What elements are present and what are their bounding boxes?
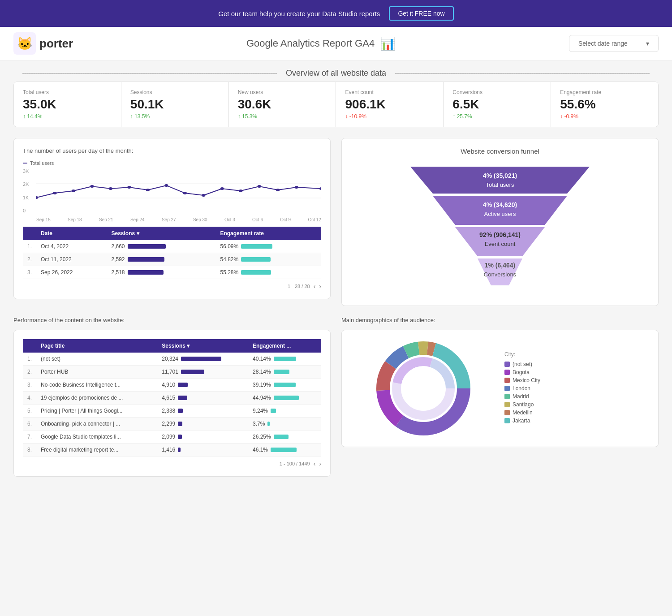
legend-color-dot [504,370,510,375]
svg-text:🐱: 🐱 [17,36,33,51]
sessions-row-engagement: 56.09% [215,240,321,253]
svg-text:1% (6,464): 1% (6,464) [485,262,515,269]
top-banner: Get our team help you create your Data S… [0,0,672,27]
y-axis-labels: 3K2K1K0 [23,168,30,213]
content-row-sessions: 20,324 [157,353,248,366]
sessions-row: 3. Sep 26, 2022 2,518 55.28% [23,266,321,279]
svg-point-7 [90,185,94,188]
sessions-next-button[interactable]: › [319,283,321,290]
sessions-row: 2. Oct 11, 2022 2,592 54.82% [23,253,321,266]
metric-label-1: Sessions [130,89,220,95]
legend-item-label: Madrid [513,393,529,400]
legend-item-label: Santiago [513,401,534,408]
svg-text:Total users: Total users [486,181,514,188]
content-row-num: 1. [23,353,36,366]
cth-sessions[interactable]: Sessions ▾ [157,339,248,353]
sessions-row-sessions: 2,660 [107,240,215,253]
get-free-button[interactable]: Get it FREE now [389,6,453,21]
metric-value-0: 35.0K [23,97,112,112]
content-row-num: 6. [23,418,36,431]
th-engagement[interactable]: Engagement rate [215,227,321,240]
chart-svg-container [36,168,321,213]
metric-change-5: ↓ -0.9% [560,113,649,120]
content-next-button[interactable]: › [319,460,321,467]
legend-item: Mexico City [504,377,649,383]
sessions-prev-button[interactable]: ‹ [314,283,316,290]
demographics-card: City: (not set) Bogota Mexico City Londo… [341,330,659,447]
legend-item: Santiago [504,401,649,408]
users-chart-card: The number of users per day of the month… [13,138,331,299]
metric-change-2: ↑ 15.3% [238,113,327,120]
th-date[interactable]: Date [36,227,107,240]
content-row-sessions: 2,338 [157,405,248,418]
sessions-pagination: 1 - 28 / 28 ‹ › [23,283,321,290]
content-row-engagement: 44.94% [248,392,321,405]
content-row-num: 8. [23,444,36,457]
content-row-title: No-code Business Intelligence t... [36,379,157,392]
legend-item: Medellin [504,409,649,416]
content-row-title: Google Data Studio templates li... [36,431,157,444]
svg-point-5 [53,192,56,194]
legend-item: Bogota [504,369,649,375]
sessions-row-date: Oct 4, 2022 [36,240,107,253]
svg-point-13 [202,194,205,197]
content-row-sessions: 2,299 [157,418,248,431]
legend-color-dot [504,394,510,399]
sessions-pagination-label: 1 - 28 / 28 [288,284,310,289]
content-row-sessions: 11,701 [157,366,248,379]
funnel-card: Website conversion funnel 4% (35,021) [341,138,659,306]
legend-title: City: [504,351,649,358]
legend-color-dot [504,418,510,423]
svg-point-14 [220,187,224,190]
content-row-sessions: 4,615 [157,392,248,405]
content-row-num: 2. [23,366,36,379]
sessions-row-num: 2. [23,253,36,266]
report-title-text: Google Analytics Report GA4 [246,38,375,49]
line-chart-svg [36,168,321,213]
content-row-sessions: 4,910 [157,379,248,392]
metric-value-2: 30.6K [238,97,327,112]
metric-label-4: Conversions [452,89,542,95]
metric-card-0: Total users 35.0K ↑ 14.4% [14,82,121,127]
funnel-svg-container: 4% (35,021) Total users 4% (34,620) Acti… [351,162,649,297]
content-row-engagement: 9.24% [248,405,321,418]
content-row-num: 7. [23,431,36,444]
svg-point-8 [109,187,112,190]
svg-point-17 [276,189,280,191]
content-row-title: Pricing | Porter | All things Googl... [36,405,157,418]
svg-point-10 [146,189,150,191]
metric-change-1: ↑ 13.5% [130,113,220,120]
content-demo-row: Performance of the content on the websit… [13,317,659,477]
content-row-title: Porter HUB [36,366,157,379]
th-sessions[interactable]: Sessions ▾ [107,227,215,240]
svg-point-6 [72,190,75,192]
content-table: Page title Sessions ▾ Engagement ... 1. … [23,339,321,457]
cth-num [23,339,36,353]
banner-text: Get our team help you create your Data S… [218,10,380,17]
content-row: 2. Porter HUB 11,701 28.14% [23,366,321,379]
metric-card-5: Engagement rate 55.6% ↓ -0.9% [551,82,658,127]
metric-change-3: ↓ -10.9% [345,113,434,120]
chart-legend: Total users [23,160,321,166]
svg-point-43 [405,370,442,407]
sessions-row-engagement: 55.28% [215,266,321,279]
cth-page[interactable]: Page title [36,339,157,353]
legend-line-dot [23,163,27,164]
svg-point-15 [239,190,242,192]
metric-label-2: New users [238,89,327,95]
sessions-row-sessions: 2,518 [107,266,215,279]
svg-text:4% (35,021): 4% (35,021) [483,172,517,179]
line-chart-area: 3K2K1K0 [23,168,321,222]
date-range-select[interactable]: Select date range ▾ [569,35,659,52]
content-row-title: 19 ejemplos de promociones de ... [36,392,157,405]
legend-color-dot [504,402,510,407]
metric-card-3: Event count 906.1K ↓ -10.9% [336,82,444,127]
content-prev-button[interactable]: ‹ [314,460,316,467]
svg-text:92% (906,141): 92% (906,141) [479,231,521,238]
legend-item: Madrid [504,393,649,400]
overview-title: Overview of all website data [13,60,659,82]
metric-label-5: Engagement rate [560,89,649,95]
cth-engagement[interactable]: Engagement ... [248,339,321,353]
content-row-engagement: 40.14% [248,353,321,366]
dropdown-arrow-icon: ▾ [646,40,649,47]
